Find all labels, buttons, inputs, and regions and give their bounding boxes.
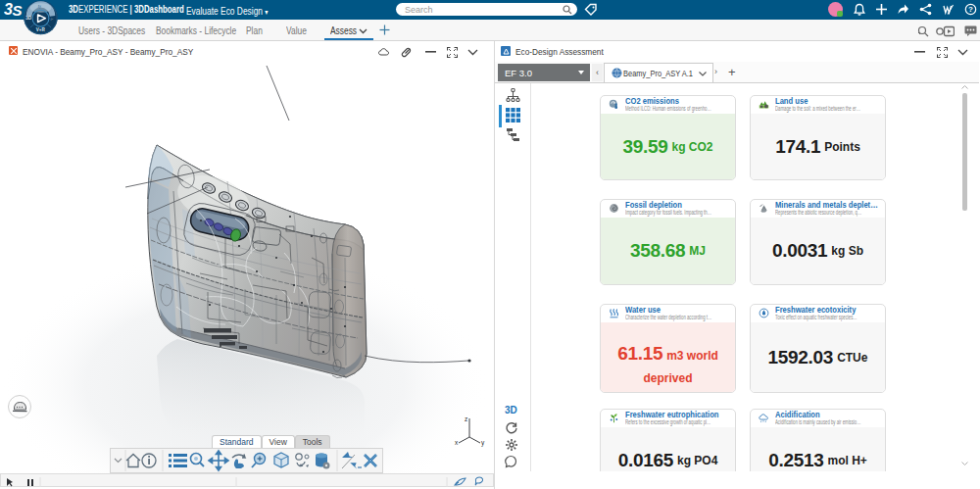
svg-text:z: z	[465, 416, 467, 422]
svg-text:y: y	[481, 439, 485, 447]
svg-text:If: If	[37, 4, 42, 9]
svg-text:S: S	[13, 2, 23, 19]
svg-text:V+R: V+R	[36, 27, 46, 32]
svg-text:3D: 3D	[25, 16, 32, 21]
svg-text:?: ?	[968, 5, 973, 14]
